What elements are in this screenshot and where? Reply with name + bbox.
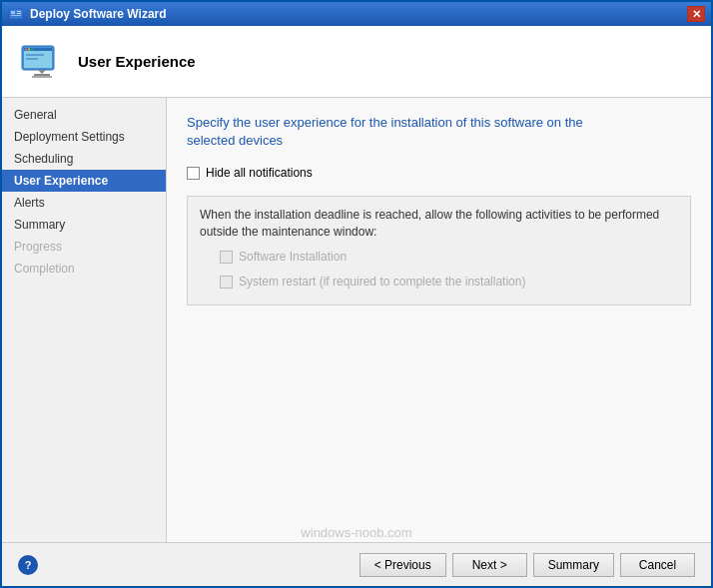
info-text: When the installation deadline is reache… (200, 208, 659, 239)
svg-rect-15 (32, 76, 52, 78)
close-button[interactable]: ✕ (687, 6, 705, 22)
system-restart-row: System restart (if required to complete … (220, 274, 678, 291)
sidebar: General Deployment Settings Scheduling U… (2, 98, 167, 542)
cancel-button[interactable]: Cancel (620, 553, 695, 577)
deploy-software-wizard: Deploy Software Wizard ✕ User Experience… (0, 0, 713, 588)
header-title: User Experience (78, 53, 196, 70)
summary-button[interactable]: Summary (533, 553, 614, 577)
main-title: Specify the user experience for the inst… (187, 114, 691, 150)
sidebar-item-alerts[interactable]: Alerts (2, 192, 166, 214)
software-installation-checkbox (220, 251, 233, 264)
title-bar-text: Deploy Software Wizard (30, 7, 167, 21)
main-title-line2: selected devices (187, 133, 283, 148)
wizard-title-icon (8, 6, 24, 22)
user-experience-icon (18, 38, 66, 86)
help-button[interactable]: ? (18, 555, 38, 575)
svg-rect-3 (17, 13, 21, 14)
svg-rect-11 (26, 54, 44, 56)
hide-notifications-label: Hide all notifications (206, 166, 313, 180)
sidebar-item-progress: Progress (2, 236, 166, 258)
footer-buttons: < Previous Next > Summary Cancel (359, 553, 695, 577)
info-box: When the installation deadline is reache… (187, 196, 691, 304)
software-installation-row: Software Installation (220, 249, 678, 266)
svg-rect-4 (11, 15, 21, 16)
svg-point-10 (31, 48, 33, 50)
title-bar-left: Deploy Software Wizard (8, 6, 167, 22)
sidebar-item-deployment-settings[interactable]: Deployment Settings (2, 126, 166, 148)
hide-notifications-checkbox[interactable] (187, 167, 200, 180)
sidebar-item-general[interactable]: General (2, 104, 166, 126)
main-content: Specify the user experience for the inst… (167, 98, 711, 542)
sidebar-item-summary[interactable]: Summary (2, 214, 166, 236)
next-button[interactable]: Next > (452, 553, 527, 577)
sidebar-item-completion: Completion (2, 258, 166, 280)
footer-left: ? (18, 555, 38, 575)
sidebar-item-user-experience[interactable]: User Experience (2, 170, 166, 192)
title-bar: Deploy Software Wizard ✕ (2, 2, 711, 26)
svg-point-8 (25, 48, 27, 50)
svg-rect-14 (34, 74, 50, 76)
footer: ? < Previous Next > Summary Cancel (2, 542, 711, 586)
main-title-line1: Specify the user experience for the inst… (187, 115, 583, 130)
header-section: User Experience (2, 26, 711, 98)
svg-rect-1 (11, 11, 15, 14)
svg-point-9 (28, 48, 30, 50)
software-installation-label: Software Installation (239, 249, 347, 266)
previous-button[interactable]: < Previous (359, 553, 446, 577)
system-restart-checkbox (220, 276, 233, 289)
content-area: General Deployment Settings Scheduling U… (2, 98, 711, 542)
system-restart-label: System restart (if required to complete … (239, 274, 525, 291)
sidebar-item-scheduling[interactable]: Scheduling (2, 148, 166, 170)
svg-marker-13 (38, 70, 46, 74)
svg-rect-12 (26, 58, 38, 60)
svg-rect-2 (17, 11, 21, 12)
hide-notifications-row: Hide all notifications (187, 166, 691, 180)
